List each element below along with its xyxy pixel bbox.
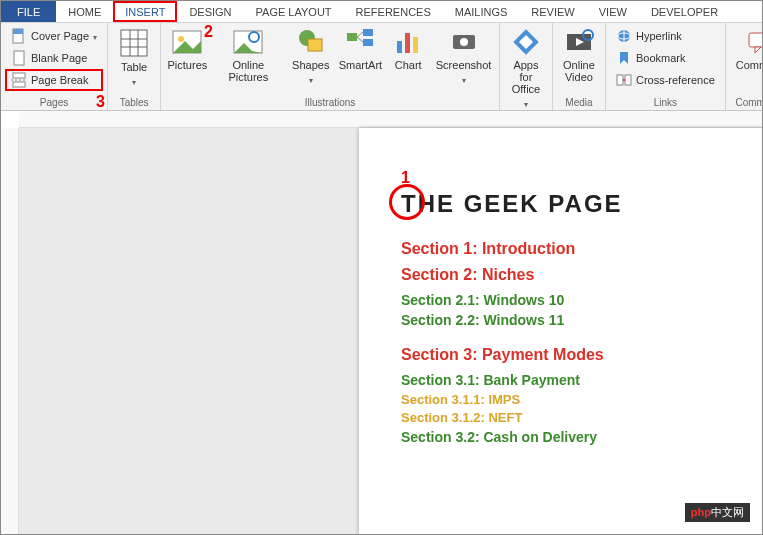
bookmark-icon: [616, 50, 632, 66]
group-links-label: Links: [610, 95, 721, 110]
cross-reference-label: Cross-reference: [636, 74, 715, 86]
tab-page-layout[interactable]: PAGE LAYOUT: [244, 1, 344, 22]
annotation-2: 2: [204, 23, 213, 41]
svg-rect-3: [13, 73, 25, 78]
heading-section-3-1-2[interactable]: Section 3.1.2: NEFT: [401, 410, 763, 425]
online-video-button[interactable]: Online Video: [557, 25, 601, 85]
tab-developer[interactable]: DEVELOPER: [639, 1, 730, 22]
cross-reference-button[interactable]: Cross-reference: [610, 69, 721, 91]
table-label: Table: [118, 61, 150, 89]
group-comments-label: Comments: [730, 95, 763, 110]
tab-review[interactable]: REVIEW: [519, 1, 586, 22]
screenshot-icon: [449, 27, 479, 57]
heading-section-3[interactable]: Section 3: Payment Modes: [401, 346, 763, 364]
svg-point-12: [178, 36, 184, 42]
smartart-button[interactable]: SmartArt: [337, 25, 385, 73]
bookmark-label: Bookmark: [636, 52, 686, 64]
page-break-label: Page Break: [31, 74, 88, 86]
tab-view[interactable]: VIEW: [587, 1, 639, 22]
watermark-suffix: 中文网: [711, 506, 744, 518]
chart-icon: [393, 27, 423, 57]
svg-rect-2: [14, 51, 24, 65]
screenshot-label: Screenshot: [436, 59, 492, 87]
comment-button[interactable]: Comment: [730, 25, 763, 73]
svg-rect-19: [363, 39, 373, 46]
watermark: php中文网: [685, 503, 750, 522]
svg-rect-22: [397, 41, 402, 53]
tab-mailings[interactable]: MAILINGS: [443, 1, 520, 22]
tab-home[interactable]: HOME: [56, 1, 113, 22]
tab-design[interactable]: DESIGN: [177, 1, 243, 22]
heading-section-2[interactable]: Section 2: Niches: [401, 266, 763, 284]
heading-section-3-2[interactable]: Section 3.2: Cash on Delivery: [401, 429, 763, 445]
heading-section-2-1[interactable]: Section 2.1: Windows 10: [401, 292, 763, 308]
online-pictures-label: Online Pictures: [218, 59, 279, 83]
svg-rect-16: [308, 39, 322, 51]
group-media-label: Media: [557, 95, 601, 110]
svg-marker-35: [620, 52, 628, 64]
shapes-label: Shapes: [292, 59, 329, 87]
group-apps: Apps for Office Apps: [500, 23, 553, 110]
group-comments: Comment Comments: [726, 23, 763, 110]
pictures-button[interactable]: Pictures: [165, 25, 210, 73]
svg-line-21: [357, 37, 363, 42]
tab-insert[interactable]: INSERT: [113, 1, 177, 22]
screenshot-button[interactable]: Screenshot: [432, 25, 495, 89]
blank-page-icon: [11, 50, 27, 66]
cover-page-label: Cover Page: [31, 30, 89, 42]
ruler-vertical[interactable]: [1, 128, 19, 534]
heading-section-3-1-1[interactable]: Section 3.1.1: IMPS: [401, 392, 763, 407]
tab-references[interactable]: REFERENCES: [344, 1, 443, 22]
pictures-label: Pictures: [168, 59, 208, 71]
shapes-button[interactable]: Shapes: [287, 25, 335, 89]
svg-rect-4: [13, 82, 25, 87]
hyperlink-icon: [616, 28, 632, 44]
cover-page-icon: [11, 28, 27, 44]
heading-section-1[interactable]: Section 1: Introduction: [401, 240, 763, 258]
smartart-icon: [345, 27, 375, 57]
tab-file[interactable]: FILE: [1, 1, 56, 22]
blank-page-button[interactable]: Blank Page: [5, 47, 103, 69]
apps-icon: [511, 27, 541, 57]
smartart-label: SmartArt: [339, 59, 382, 71]
annotation-3: 3: [96, 93, 105, 111]
group-pages-label: Pages: [5, 95, 103, 110]
group-pages: Cover Page Blank Page Page Break Pages: [1, 23, 108, 110]
video-label: Online Video: [563, 59, 595, 83]
cross-reference-icon: [616, 72, 632, 88]
online-pictures-button[interactable]: Online Pictures: [212, 25, 285, 85]
group-links: Hyperlink Bookmark Cross-reference Links: [606, 23, 726, 110]
svg-rect-18: [363, 29, 373, 36]
ribbon: Cover Page Blank Page Page Break Pages T…: [1, 23, 762, 111]
doc-title[interactable]: THE GEEK PAGE: [401, 190, 763, 218]
pictures-icon: [171, 27, 203, 57]
blank-page-label: Blank Page: [31, 52, 87, 64]
apps-for-office-button[interactable]: Apps for Office: [504, 25, 548, 113]
comment-icon: [745, 27, 763, 57]
svg-point-26: [460, 38, 468, 46]
page-break-icon: [11, 72, 27, 88]
svg-rect-37: [625, 75, 631, 85]
ruler-horizontal[interactable]: [19, 111, 762, 128]
svg-rect-23: [405, 33, 410, 53]
group-tables: Table Tables: [108, 23, 161, 110]
video-icon: [564, 27, 594, 57]
table-icon: [118, 27, 150, 59]
cover-page-button[interactable]: Cover Page: [5, 25, 103, 47]
group-media: Online Video Media: [553, 23, 606, 110]
hyperlink-label: Hyperlink: [636, 30, 682, 42]
apps-label: Apps for Office: [510, 59, 542, 111]
comment-label: Comment: [736, 59, 763, 71]
chart-button[interactable]: Chart: [386, 25, 430, 73]
annotation-1: 1: [401, 169, 410, 187]
watermark-brand: php: [691, 506, 711, 518]
bookmark-button[interactable]: Bookmark: [610, 47, 721, 69]
page-break-button[interactable]: Page Break: [5, 69, 103, 91]
heading-section-2-2[interactable]: Section 2.2: Windows 11: [401, 312, 763, 328]
group-illustrations-label: Illustrations: [165, 95, 495, 110]
table-button[interactable]: Table: [112, 25, 156, 91]
hyperlink-button[interactable]: Hyperlink: [610, 25, 721, 47]
heading-section-3-1[interactable]: Section 3.1: Bank Payment: [401, 372, 763, 388]
svg-line-20: [357, 32, 363, 37]
svg-marker-39: [755, 47, 761, 53]
